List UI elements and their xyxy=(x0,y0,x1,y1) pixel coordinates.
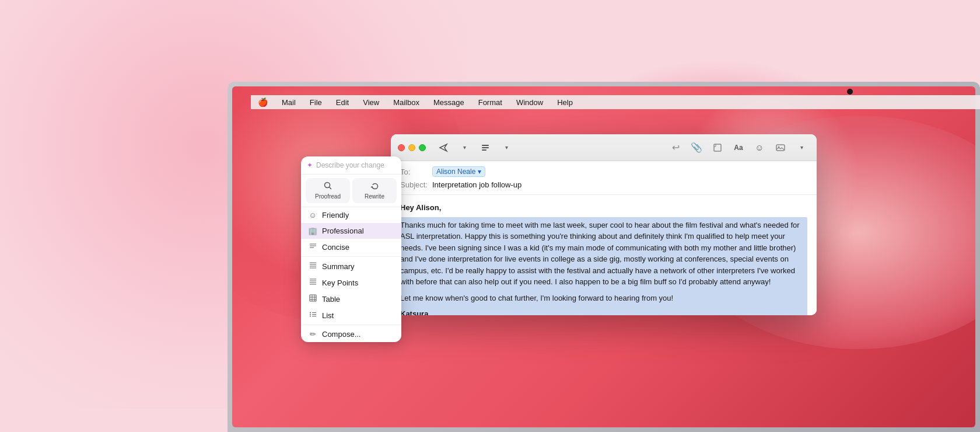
summary-icon xyxy=(308,262,317,271)
table-label: Table xyxy=(322,295,340,304)
svg-line-7 xyxy=(330,187,331,189)
body-paragraph-selected: Thanks much for taking time to meet with… xyxy=(400,217,807,316)
summary-label: Summary xyxy=(322,262,355,271)
ai-menu-list[interactable]: List xyxy=(301,307,401,323)
body-followup: Let me know when's good to chat further,… xyxy=(400,292,807,304)
format-button[interactable] xyxy=(477,140,494,156)
svg-rect-4 xyxy=(776,145,785,151)
ai-writing-popup: ✦ Describe your change Proofread Rewrite xyxy=(301,156,401,342)
signature: Katsura xyxy=(400,308,807,315)
ai-menu-friendly[interactable]: ☺ Friendly xyxy=(301,207,401,223)
recipient-name: Alison Neale xyxy=(436,168,475,176)
emoji-button[interactable]: ☺ xyxy=(751,140,768,156)
menu-mail[interactable]: Mail xyxy=(279,97,298,108)
svg-point-28 xyxy=(310,316,311,317)
menu-help[interactable]: Help xyxy=(555,97,575,108)
compose-icon: ✏ xyxy=(308,330,317,339)
menu-window[interactable]: Window xyxy=(514,97,545,108)
ai-search-bar[interactable]: ✦ Describe your change xyxy=(301,156,401,175)
body-paragraph: Thanks much for taking time to meet with… xyxy=(400,220,807,288)
svg-rect-0 xyxy=(482,145,489,146)
menu-mailbox[interactable]: Mailbox xyxy=(391,97,422,108)
send-button[interactable] xyxy=(435,140,452,156)
ai-menu-table[interactable]: Table xyxy=(301,291,401,307)
ai-menu-summary[interactable]: Summary xyxy=(301,258,401,274)
list-icon xyxy=(308,311,317,320)
image-button[interactable] xyxy=(772,140,789,156)
subject-field-row: Subject: Interpretation job follow-up xyxy=(400,179,807,191)
mail-toolbar: ▾ ▾ ↩ 📎 Aa ☺ ▾ xyxy=(391,134,817,161)
close-button[interactable] xyxy=(398,144,405,151)
svg-rect-1 xyxy=(482,147,489,148)
rewrite-button[interactable]: Rewrite xyxy=(352,178,397,203)
recipient-tag[interactable]: Alison Neale ▾ xyxy=(432,166,485,177)
attachment-icon[interactable]: 📎 xyxy=(688,140,705,156)
friendly-icon: ☺ xyxy=(308,211,317,220)
fullscreen-icon[interactable] xyxy=(709,140,726,156)
menubar: 🍎 Mail File Edit View Mailbox Message Fo… xyxy=(251,95,980,109)
ai-menu-concise[interactable]: Concise xyxy=(301,239,401,255)
ai-compose-button[interactable]: ✏ Compose... xyxy=(301,326,401,342)
to-field-row: To: Alison Neale ▾ xyxy=(400,165,807,179)
ai-search-placeholder: Describe your change xyxy=(316,161,396,169)
concise-label: Concise xyxy=(322,243,349,252)
concise-icon xyxy=(308,242,317,252)
rewrite-icon xyxy=(370,182,379,191)
compose-label: Compose... xyxy=(322,330,360,339)
webcam-indicator xyxy=(847,89,853,95)
traffic-lights xyxy=(398,144,426,151)
proofread-icon xyxy=(324,182,332,191)
send-dropdown[interactable]: ▾ xyxy=(456,140,473,156)
subject-label: Subject: xyxy=(400,180,432,189)
format-dropdown[interactable]: ▾ xyxy=(498,140,514,156)
greeting: Hey Alison, xyxy=(400,202,807,214)
key-points-label: Key Points xyxy=(322,278,358,287)
friendly-label: Friendly xyxy=(322,211,349,220)
maximize-button[interactable] xyxy=(419,144,426,151)
menu-message[interactable]: Message xyxy=(431,97,467,108)
menu-format[interactable]: Format xyxy=(476,97,505,108)
menu-view[interactable]: View xyxy=(360,97,382,108)
svg-rect-2 xyxy=(482,149,487,151)
back-icon[interactable]: ↩ xyxy=(667,140,684,156)
to-label: To: xyxy=(400,168,432,176)
ai-actions-row: Proofread Rewrite xyxy=(301,175,401,207)
minimize-button[interactable] xyxy=(408,144,415,151)
list-label: List xyxy=(322,311,334,320)
svg-point-24 xyxy=(310,312,311,313)
ai-sparkle-icon: ✦ xyxy=(307,161,313,169)
table-icon xyxy=(308,294,317,304)
professional-icon: 🏢 xyxy=(308,227,317,235)
font-button[interactable]: Aa xyxy=(730,140,747,156)
proofread-label: Proofread xyxy=(315,193,341,200)
mail-compose-window: ▾ ▾ ↩ 📎 Aa ☺ ▾ xyxy=(391,134,817,315)
ai-menu-key-points[interactable]: Key Points xyxy=(301,274,401,291)
mail-header: To: Alison Neale ▾ Subject: Interpretati… xyxy=(391,161,817,195)
key-points-icon xyxy=(308,278,317,287)
mail-body[interactable]: Hey Alison, Thanks much for taking time … xyxy=(391,195,817,315)
menu-file[interactable]: File xyxy=(307,97,324,108)
ai-menu-professional[interactable]: 🏢 Professional xyxy=(301,223,401,239)
professional-label: Professional xyxy=(322,227,364,235)
subject-text[interactable]: Interpretation job follow-up xyxy=(432,180,522,189)
apple-menu-icon[interactable]: 🍎 xyxy=(258,97,268,107)
rewrite-label: Rewrite xyxy=(365,193,384,200)
separator-2 xyxy=(301,325,401,325)
recipient-chevron: ▾ xyxy=(478,168,481,176)
svg-rect-3 xyxy=(714,144,721,151)
menu-edit[interactable]: Edit xyxy=(334,97,351,108)
svg-rect-19 xyxy=(310,295,316,301)
svg-point-26 xyxy=(310,314,311,315)
proofread-button[interactable]: Proofread xyxy=(306,178,350,203)
separator-1 xyxy=(301,256,401,257)
image-dropdown[interactable]: ▾ xyxy=(793,140,810,156)
